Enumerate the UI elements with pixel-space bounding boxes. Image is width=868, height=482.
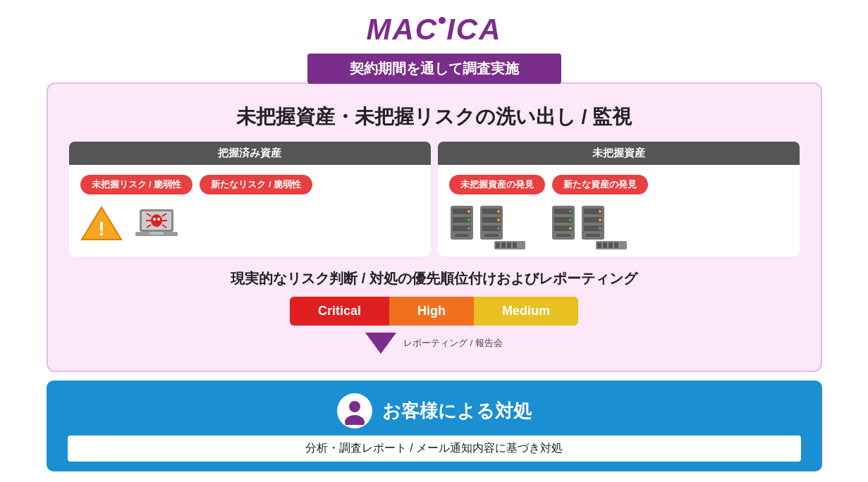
svg-point-12 <box>157 218 160 221</box>
asset-row: 把握済み資産 未把握リスク / 脆弱性 新たなリスク / 脆弱性 ! <box>69 142 800 257</box>
risk-section: 現実的なリスク判断 / 対処の優先順位付けおよびレポーティング Critical… <box>69 269 800 354</box>
pink-section-title: 未把握資産・未把握リスクの洗い出し / 監視 <box>69 104 800 130</box>
asset-box-known: 把握済み資産 未把握リスク / 脆弱性 新たなリスク / 脆弱性 ! <box>69 142 431 257</box>
svg-point-48 <box>599 218 601 221</box>
logo-mac: MAC <box>367 13 439 46</box>
svg-point-38 <box>569 210 572 213</box>
svg-point-40 <box>569 218 572 221</box>
svg-point-57 <box>349 401 360 412</box>
logo-nica: iCA <box>446 13 501 46</box>
warning-triangle-icon: ! <box>80 204 123 242</box>
asset-box-unknown: 未把握資産 未把握資産の発見 新たな資産の発見 <box>438 142 800 257</box>
network-switch-1 <box>494 238 525 252</box>
down-arrow-icon <box>365 333 396 354</box>
known-icon-row: ! <box>80 202 179 245</box>
person-svg <box>341 397 369 425</box>
server-group-2 <box>551 204 627 241</box>
server-icon-1a <box>449 204 475 241</box>
arrow-report-row: レポーティング / 報告会 <box>69 333 800 354</box>
risk-title: 現実的なリスク判断 / 対処の優先順位付けおよびレポーティング <box>69 269 800 288</box>
asset-box-known-header: 把握済み資産 <box>69 142 431 165</box>
asset-box-known-body: 未把握リスク / 脆弱性 新たなリスク / 脆弱性 ! <box>69 165 431 257</box>
bug-laptop-icon <box>134 205 179 242</box>
svg-point-11 <box>153 218 156 221</box>
unknown-icon-row <box>449 202 627 244</box>
svg-point-17 <box>467 210 470 213</box>
network-switch-2 <box>596 238 627 252</box>
server-icon-1b <box>479 204 504 241</box>
blue-section: お客様による対処 分析・調査レポート / メール通知内容に基づき対処 <box>47 381 822 471</box>
server-icon-2a <box>551 204 576 241</box>
svg-point-42 <box>569 227 572 230</box>
blue-title-row: お客様による対処 <box>337 393 532 428</box>
purple-banner-label: 契約期間を通して調査実施 <box>350 61 519 76</box>
svg-rect-32 <box>496 242 500 248</box>
pink-section: 未把握資産・未把握リスクの洗い出し / 監視 把握済み資産 未把握リスク / 脆… <box>47 82 822 372</box>
server-group-1 <box>449 204 525 241</box>
risk-badges: Critical High Medium <box>69 297 800 326</box>
svg-rect-14 <box>149 232 164 235</box>
tag-unidentified-risk: 未把握リスク / 脆弱性 <box>80 175 193 194</box>
badge-high: High <box>389 297 474 326</box>
svg-rect-30 <box>484 234 499 237</box>
asset-box-unknown-header: 未把握資産 <box>438 142 800 165</box>
svg-point-19 <box>467 218 470 221</box>
main-container: 契約期間を通して調査実施 未把握資産・未把握リスクの洗い出し / 監視 把握済み… <box>47 54 822 471</box>
logo: MACiCA <box>367 13 502 47</box>
svg-point-25 <box>497 210 500 213</box>
svg-point-29 <box>497 227 500 230</box>
logo-dot <box>439 17 446 24</box>
svg-rect-43 <box>556 234 570 237</box>
unknown-tag-row: 未把握資産の発見 新たな資産の発見 <box>449 175 648 194</box>
logo-area: MACiCA <box>367 0 502 54</box>
blue-subtitle: 分析・調査レポート / メール通知内容に基づき対処 <box>68 435 801 462</box>
svg-point-50 <box>599 227 601 230</box>
svg-point-46 <box>599 210 601 213</box>
svg-rect-54 <box>603 242 607 248</box>
svg-rect-51 <box>586 234 600 237</box>
svg-point-58 <box>345 415 365 425</box>
customer-icon <box>337 393 372 428</box>
svg-rect-22 <box>455 234 469 237</box>
blue-title: お客様による対処 <box>382 399 532 424</box>
asset-box-unknown-body: 未把握資産の発見 新たな資産の発見 <box>438 165 800 255</box>
server-icon-2b <box>580 204 606 241</box>
svg-point-21 <box>467 227 470 230</box>
badge-medium: Medium <box>474 297 578 326</box>
badge-critical: Critical <box>290 297 389 326</box>
svg-rect-56 <box>614 242 618 248</box>
tag-new-risk: 新たなリスク / 脆弱性 <box>200 175 312 194</box>
svg-rect-53 <box>597 242 601 248</box>
tag-asset-discovery: 未把握資産の発見 <box>449 175 545 194</box>
svg-rect-33 <box>501 242 506 248</box>
svg-point-4 <box>151 214 162 227</box>
svg-rect-35 <box>513 242 517 248</box>
svg-rect-55 <box>609 242 613 248</box>
purple-banner: 契約期間を通して調査実施 <box>307 54 561 84</box>
svg-rect-34 <box>507 242 511 248</box>
known-tag-row: 未把握リスク / 脆弱性 新たなリスク / 脆弱性 <box>80 175 313 194</box>
report-label: レポーティング / 報告会 <box>403 337 503 350</box>
svg-point-27 <box>497 218 500 221</box>
tag-new-asset: 新たな資産の発見 <box>552 175 648 194</box>
svg-text:!: ! <box>98 218 104 240</box>
